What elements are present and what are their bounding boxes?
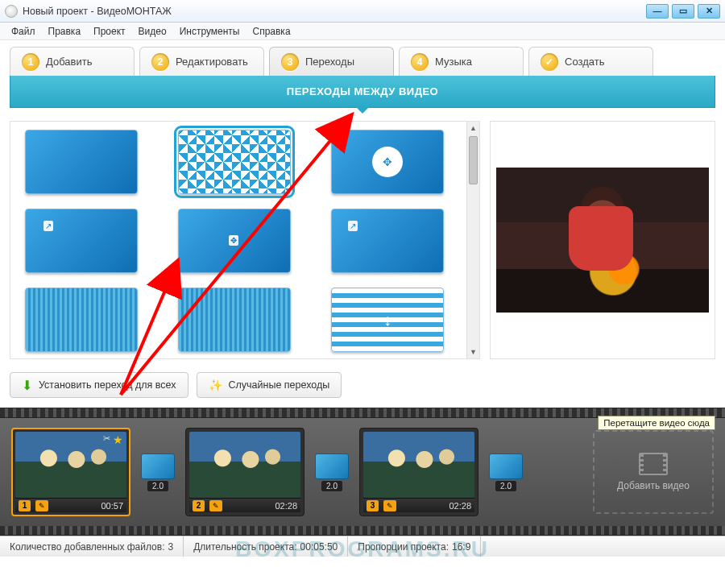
menu-project[interactable]: Проект: [87, 24, 132, 39]
clip-thumbnail: [189, 432, 300, 498]
menu-tools[interactable]: Инструменты: [173, 24, 246, 39]
scroll-thumb[interactable]: [469, 136, 478, 184]
arrow-icon: ↗: [44, 221, 53, 231]
status-aspect: Пропорции проекта: 16:9: [348, 536, 481, 557]
transition-thumb-small: [141, 453, 175, 479]
transition-thumb-small: [315, 453, 349, 479]
step-label: Музыка: [435, 56, 472, 68]
transition-thumb[interactable]: [25, 288, 138, 352]
arrow-icon: ↗: [348, 221, 358, 231]
drop-zone[interactable]: Добавить видео: [593, 430, 714, 514]
step-music[interactable]: 4 Музыка: [399, 47, 524, 76]
step-number-icon: 4: [411, 53, 429, 71]
step-label: Добавить: [46, 56, 92, 68]
apply-all-button[interactable]: ⬇ Установить переход для всех: [10, 372, 188, 398]
move-icon: ✥: [372, 147, 403, 177]
transition-thumb-selected[interactable]: [178, 130, 291, 194]
window-controls: [646, 4, 720, 19]
grid-scrollbar[interactable]: ▲ ▼: [466, 122, 479, 358]
random-transitions-button[interactable]: ✨ Случайные переходы: [197, 372, 342, 398]
clip-number: 1: [19, 500, 31, 511]
button-label: Случайные переходы: [229, 379, 330, 391]
transition-chip[interactable]: 2.0: [139, 453, 177, 491]
transition-toolbar: ⬇ Установить переход для всех ✨ Случайны…: [0, 366, 725, 408]
film-icon: [639, 453, 668, 475]
filmstrip-decoration: [0, 526, 725, 536]
wand-icon: ✨: [209, 379, 222, 391]
preview-frame: [496, 168, 709, 313]
step-label: Редактировать: [176, 56, 248, 68]
step-transitions[interactable]: 3 Переходы: [269, 47, 394, 76]
clip-item[interactable]: 2 ✎ 02:28: [185, 428, 304, 516]
transition-duration: 2.0: [321, 481, 342, 491]
transition-thumb-small: [489, 453, 523, 479]
clip-item[interactable]: 3 ✎ 02:28: [359, 428, 478, 516]
section-banner: ПЕРЕХОДЫ МЕЖДУ ВИДЕО: [10, 76, 715, 108]
step-label: Переходы: [305, 56, 354, 68]
maximize-button[interactable]: [672, 4, 694, 19]
timeline[interactable]: ✂ ★ 1 ✎ 00:57 2.0 2 ✎ 02:28: [0, 418, 725, 526]
clip-duration: 02:28: [275, 501, 297, 511]
workflow-steps: 1 Добавить 2 Редактировать 3 Переходы 4 …: [0, 40, 725, 76]
clip-duration: 02:28: [449, 501, 471, 511]
step-number-icon: 1: [22, 53, 39, 71]
step-edit[interactable]: 2 Редактировать: [139, 47, 264, 76]
step-number-icon: 2: [151, 53, 169, 71]
step-label: Создать: [565, 56, 604, 68]
clip-thumbnail: [363, 432, 474, 498]
menu-file[interactable]: Файл: [5, 24, 42, 39]
drop-zone-label: Добавить видео: [617, 480, 690, 491]
status-length: Длительность проекта: 00:05:50: [184, 536, 348, 557]
transition-thumb[interactable]: ↓: [331, 288, 444, 352]
transition-thumb[interactable]: ↗: [331, 209, 444, 273]
scissors-icon: ✂: [103, 433, 110, 444]
preview-video[interactable]: [496, 168, 709, 313]
clip-duration: 00:57: [101, 501, 123, 511]
menu-edit[interactable]: Правка: [42, 24, 88, 39]
button-label: Установить переход для всех: [39, 379, 176, 391]
transition-thumb[interactable]: [178, 288, 291, 352]
close-button[interactable]: [698, 4, 720, 19]
transition-thumb[interactable]: ✥: [331, 130, 444, 194]
drop-tooltip: Перетащите видео сюда: [598, 416, 715, 430]
transition-thumb[interactable]: [25, 130, 138, 194]
status-files-value: 3: [168, 541, 173, 553]
step-number-icon: 3: [281, 53, 299, 71]
menu-help[interactable]: Справка: [246, 24, 296, 39]
scroll-down-icon[interactable]: ▼: [467, 346, 479, 358]
scroll-up-icon[interactable]: ▲: [467, 122, 479, 135]
status-files: Количество добавленных файлов: 3: [0, 536, 184, 557]
menu-bar: Файл Правка Проект Видео Инструменты Спр…: [0, 23, 725, 40]
transition-chip[interactable]: 2.0: [487, 453, 525, 491]
step-add[interactable]: 1 Добавить: [10, 47, 135, 76]
transitions-grid-panel: ✥ ↗ ✥ ↗ ↓ ▲ ▼: [10, 121, 480, 359]
clip-number: 3: [367, 500, 379, 511]
transition-chip[interactable]: 2.0: [313, 453, 351, 491]
minimize-button[interactable]: [646, 4, 669, 19]
step-create[interactable]: ✓ Создать: [528, 47, 653, 76]
banner-title: ПЕРЕХОДЫ МЕЖДУ ВИДЕО: [287, 85, 438, 97]
clip-item[interactable]: ✂ ★ 1 ✎ 00:57: [11, 428, 130, 516]
clip-number: 2: [193, 500, 205, 511]
transition-thumb[interactable]: ✥: [178, 209, 291, 273]
window-title: Новый проект - ВидеоМОНТАЖ: [23, 6, 646, 17]
app-icon: [5, 5, 18, 18]
status-bar: Количество добавленных файлов: 3 Длитель…: [0, 536, 725, 557]
edit-clip-button[interactable]: ✎: [35, 500, 48, 511]
menu-video[interactable]: Видео: [132, 24, 173, 39]
step-check-icon: ✓: [541, 53, 558, 71]
edit-clip-button[interactable]: ✎: [209, 500, 222, 511]
preview-panel: [490, 121, 715, 359]
main-area: ✥ ↗ ✥ ↗ ↓ ▲ ▼: [0, 108, 725, 366]
clip-thumbnail: ✂ ★: [15, 432, 126, 498]
transition-duration: 2.0: [147, 481, 168, 491]
star-icon: ★: [113, 433, 123, 446]
edit-clip-button[interactable]: ✎: [383, 500, 396, 511]
move-icon: ✥: [229, 235, 238, 246]
status-length-value: 00:05:50: [300, 541, 338, 553]
window-titlebar: Новый проект - ВидеоМОНТАЖ: [0, 0, 725, 23]
transition-thumb[interactable]: ↗: [25, 209, 138, 273]
download-arrow-icon: ⬇: [22, 378, 32, 393]
arrow-down-icon: ↓: [383, 311, 392, 329]
transition-duration: 2.0: [495, 481, 516, 491]
